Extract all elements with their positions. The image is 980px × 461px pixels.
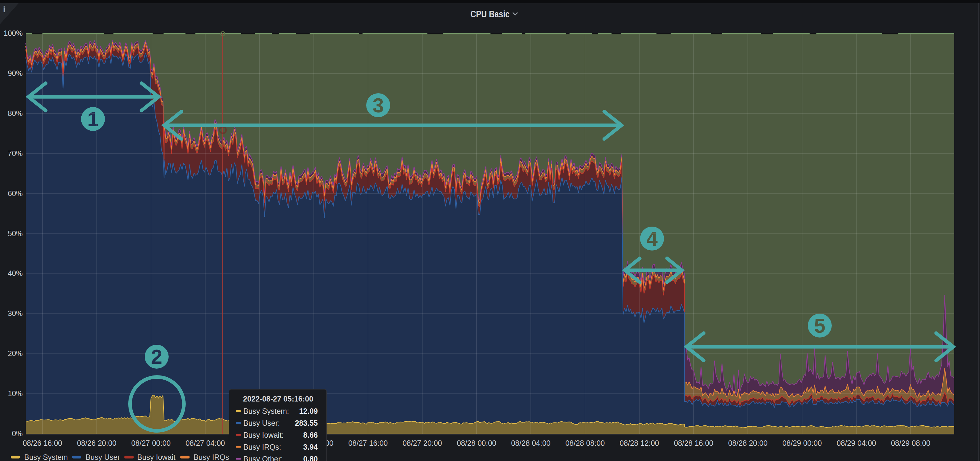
svg-text:20%: 20% [8, 349, 23, 358]
svg-text:60%: 60% [8, 189, 23, 198]
svg-text:08/27 00:00: 08/27 00:00 [131, 439, 171, 447]
svg-text:30%: 30% [8, 309, 23, 318]
svg-text:CPU Basic: CPU Basic [471, 9, 510, 19]
svg-text:80%: 80% [8, 109, 23, 118]
svg-text:08/29 04:00: 08/29 04:00 [837, 439, 876, 447]
svg-text:Busy IRQs: Busy IRQs [193, 453, 229, 461]
svg-text:0%: 0% [12, 429, 23, 438]
svg-text:08/26 16:00: 08/26 16:00 [23, 439, 62, 447]
svg-text:Busy User: Busy User [86, 453, 120, 461]
svg-text:08/27 16:00: 08/27 16:00 [348, 439, 388, 447]
svg-text:08/29 00:00: 08/29 00:00 [783, 439, 822, 447]
svg-text:3.94: 3.94 [303, 443, 318, 451]
svg-text:100%: 100% [3, 29, 23, 37]
svg-text:2022-08-27 05:16:00: 2022-08-27 05:16:00 [243, 395, 313, 403]
svg-text:0.80: 0.80 [303, 455, 318, 461]
svg-text:08/27 04:00: 08/27 04:00 [185, 439, 225, 447]
svg-text:Busy Other:: Busy Other: [243, 455, 283, 461]
svg-text:08/28 20:00: 08/28 20:00 [728, 439, 767, 447]
svg-text:08/28 16:00: 08/28 16:00 [674, 439, 713, 447]
svg-text:i: i [3, 4, 5, 14]
svg-text:Busy Iowait: Busy Iowait [137, 453, 175, 461]
svg-text:08/28 08:00: 08/28 08:00 [565, 439, 605, 447]
svg-text:283.55: 283.55 [295, 419, 318, 427]
svg-text:08/28 00:00: 08/28 00:00 [457, 439, 496, 447]
svg-text:Busy IRQs:: Busy IRQs: [243, 443, 281, 451]
svg-text:70%: 70% [8, 149, 23, 157]
svg-text:8.66: 8.66 [303, 431, 318, 439]
svg-text:12.09: 12.09 [299, 407, 318, 415]
svg-text:40%: 40% [8, 269, 23, 277]
svg-text:08/28 04:00: 08/28 04:00 [511, 439, 550, 447]
svg-text:90%: 90% [8, 69, 23, 78]
svg-text:08/28 12:00: 08/28 12:00 [619, 439, 659, 447]
svg-text:08/29 08:00: 08/29 08:00 [891, 439, 931, 447]
svg-text:Busy Iowait:: Busy Iowait: [243, 431, 284, 439]
svg-text:Busy System: Busy System [24, 453, 68, 461]
svg-text:Busy User:: Busy User: [243, 419, 280, 427]
svg-text:10%: 10% [8, 389, 23, 397]
svg-text:08/26 20:00: 08/26 20:00 [77, 439, 116, 447]
svg-text:Busy System:: Busy System: [243, 407, 289, 415]
svg-text:50%: 50% [8, 229, 23, 238]
svg-text:08/27 20:00: 08/27 20:00 [402, 439, 442, 447]
